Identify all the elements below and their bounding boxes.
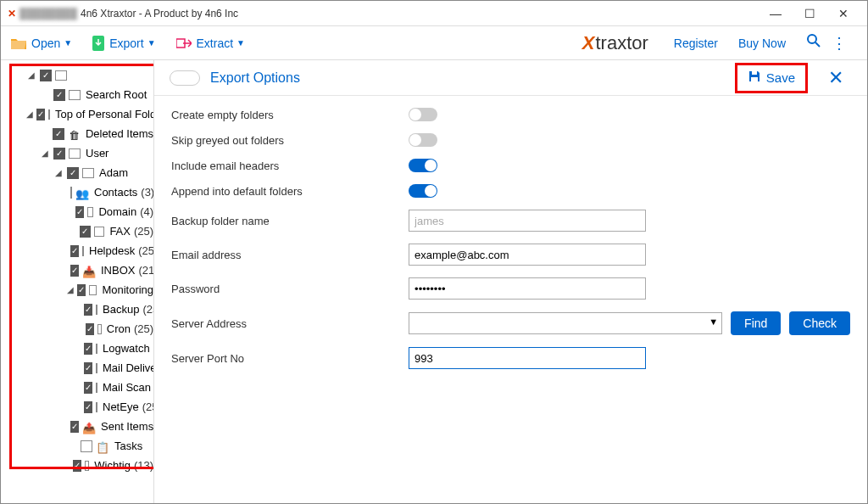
checkbox[interactable]: [70, 187, 72, 199]
expand-icon[interactable]: ◢: [26, 109, 33, 119]
buy-now-link[interactable]: Buy Now: [738, 36, 786, 50]
tree-item[interactable]: 👥Contacts (3): [1, 182, 153, 202]
tree-label: Deleted Items: [86, 127, 153, 140]
checkbox[interactable]: ✓: [84, 362, 92, 374]
tree-item[interactable]: ✓Logwatch (25): [1, 339, 153, 358]
checkbox[interactable]: ✓: [36, 109, 45, 120]
expand-icon[interactable]: ◢: [67, 285, 74, 294]
panel-toggle[interactable]: [170, 70, 200, 86]
checkbox[interactable]: ✓: [84, 401, 92, 413]
checkbox[interactable]: ✓: [84, 343, 92, 355]
tree-item[interactable]: ✓Mail Scan (25): [1, 378, 153, 397]
tree-label: Mail Delivery: [103, 361, 154, 374]
tree-item[interactable]: ✓🗑Deleted Items: [1, 124, 153, 143]
brand-logo: X traxtor: [582, 32, 648, 54]
item-count: (25): [142, 400, 154, 413]
tree-label: INBOX: [101, 264, 135, 277]
tree-item[interactable]: ◢✓: [1, 65, 153, 85]
checkbox[interactable]: ✓: [80, 226, 91, 238]
checkbox[interactable]: ✓: [53, 89, 65, 101]
checkbox[interactable]: ✓: [73, 460, 81, 472]
register-link[interactable]: Register: [674, 36, 718, 50]
tree-item[interactable]: ✓Cron (25): [1, 319, 153, 339]
panel-title: Export Options: [210, 70, 300, 86]
item-count: (3): [141, 186, 154, 199]
export-button[interactable]: Export ▼: [92, 36, 155, 51]
folder-icon: [87, 207, 94, 217]
password-input[interactable]: [409, 277, 646, 300]
open-button[interactable]: Open ▼: [11, 36, 72, 50]
folder-icon: [82, 246, 84, 256]
email-label: Email address: [171, 249, 409, 261]
expand-icon[interactable]: ◢: [26, 70, 36, 80]
include-headers-label: Include email headers: [171, 160, 409, 172]
search-icon[interactable]: [806, 33, 821, 53]
password-label: Password: [171, 283, 409, 295]
tree-label: Monitoring: [102, 283, 153, 296]
checkbox[interactable]: ✓: [84, 382, 92, 394]
item-count: (25): [134, 225, 153, 238]
tree-item[interactable]: ✓Domain (4): [1, 202, 153, 221]
tree-label: Wichtig: [94, 459, 131, 472]
maximize-button[interactable]: ☐: [793, 7, 826, 20]
minimize-button[interactable]: —: [759, 7, 793, 20]
checkbox[interactable]: ✓: [70, 421, 79, 433]
tree-item[interactable]: ◢✓Adam: [1, 163, 153, 182]
tree-label: Logwatch: [103, 342, 150, 355]
checkbox[interactable]: ✓: [40, 70, 52, 81]
email-input[interactable]: [409, 244, 646, 266]
app-logo-icon: ✕: [8, 8, 16, 20]
checkbox[interactable]: ✓: [53, 128, 64, 140]
append-default-toggle[interactable]: [409, 184, 437, 198]
checkbox[interactable]: ✓: [67, 167, 79, 179]
folder-icon: [69, 90, 81, 100]
tree-item[interactable]: ✓Backup (25): [1, 300, 153, 319]
tree-label: Sent Items: [101, 420, 153, 433]
tree-item[interactable]: ✓📥INBOX (21): [1, 260, 153, 280]
tree-label: Mail Scan: [103, 381, 151, 394]
tree-item[interactable]: ✓Wichtig (13): [1, 456, 153, 475]
include-headers-toggle[interactable]: [409, 159, 437, 172]
more-options-icon[interactable]: ⋮: [832, 34, 847, 53]
tree-label: Tasks: [114, 440, 142, 452]
server-combo[interactable]: ▼: [409, 312, 722, 334]
check-button[interactable]: Check: [789, 311, 850, 335]
checkbox[interactable]: ✓: [77, 284, 86, 296]
tree-item[interactable]: 📋Tasks: [1, 436, 153, 456]
checkbox[interactable]: [81, 440, 92, 452]
tree-item[interactable]: ◢✓User: [1, 143, 153, 163]
tree-item[interactable]: ◢✓Top of Personal Folders: [1, 104, 153, 124]
backup-name-input[interactable]: [409, 210, 646, 232]
checkbox[interactable]: ✓: [84, 304, 92, 316]
blurred-text: ████████: [19, 8, 77, 20]
extract-button[interactable]: Extract ▼: [176, 36, 245, 50]
tree-item[interactable]: ✓📤Sent Items (13): [1, 417, 153, 436]
create-empty-toggle[interactable]: [409, 108, 437, 121]
tree-label: Backup: [103, 303, 139, 316]
checkbox[interactable]: ✓: [70, 245, 79, 257]
tree-item[interactable]: ✓Mail Delivery (24): [1, 358, 153, 378]
checkbox[interactable]: ✓: [75, 206, 84, 218]
checkbox[interactable]: ✓: [86, 323, 94, 335]
save-button[interactable]: Save: [735, 63, 808, 93]
port-input[interactable]: [409, 347, 646, 369]
checkbox[interactable]: ✓: [70, 265, 79, 277]
expand-icon[interactable]: ◢: [40, 148, 50, 158]
expand-icon[interactable]: ◢: [53, 168, 64, 177]
item-count: (13): [134, 459, 153, 472]
close-window-button[interactable]: ✕: [826, 7, 860, 20]
tree-label: Search Root: [86, 88, 147, 101]
checkbox[interactable]: ✓: [53, 148, 65, 160]
skip-greyed-toggle[interactable]: [409, 133, 437, 147]
brand-text: traxtor: [595, 32, 648, 54]
open-label: Open: [31, 36, 60, 50]
tree-item[interactable]: ◢✓Monitoring: [1, 280, 153, 300]
tree-label: Cron: [107, 322, 131, 335]
find-button[interactable]: Find: [731, 311, 781, 335]
tree-label: Helpdesk: [89, 244, 135, 257]
tree-item[interactable]: ✓FAX (25): [1, 221, 153, 241]
tree-item[interactable]: ✓NetEye (25): [1, 397, 153, 417]
tree-item[interactable]: ✓Search Root: [1, 85, 153, 104]
close-panel-button[interactable]: ✕: [820, 67, 852, 89]
tree-item[interactable]: ✓Helpdesk (25): [1, 241, 153, 260]
